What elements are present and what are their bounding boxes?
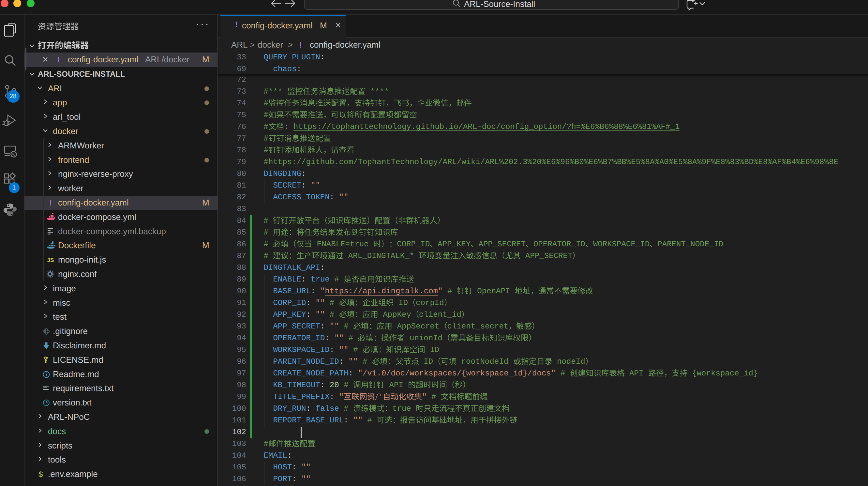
svg-text:$: $ <box>38 470 43 479</box>
svg-text:!: ! <box>235 20 238 29</box>
svg-text:!: ! <box>57 56 60 64</box>
svg-text:!: ! <box>49 199 52 207</box>
svg-text:JS: JS <box>47 257 54 263</box>
